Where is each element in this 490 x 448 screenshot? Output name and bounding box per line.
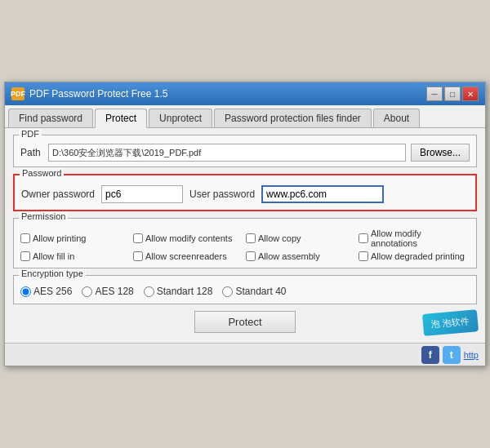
permission-section: Permission Allow printing Allow modify c…: [13, 218, 477, 268]
footer-link[interactable]: http: [464, 350, 479, 360]
enc-standart40[interactable]: Standart 40: [222, 286, 286, 297]
tab-unprotect[interactable]: Unprotect: [149, 109, 212, 127]
title-bar-left: PDF PDF Password Protect Free 1.5: [11, 87, 167, 100]
perm-allow-fill-in[interactable]: Allow fill in: [20, 251, 131, 261]
pdf-section-label: PDF: [19, 129, 42, 139]
tab-protect[interactable]: Protect: [95, 109, 147, 128]
password-section: Password Owner password User password: [13, 174, 477, 211]
perm-allow-copy-checkbox[interactable]: [246, 233, 256, 243]
enc-aes256-radio[interactable]: [20, 286, 31, 297]
enc-aes128[interactable]: AES 128: [82, 286, 133, 297]
perm-allow-assembly-checkbox[interactable]: [246, 251, 256, 261]
browse-button[interactable]: Browse...: [411, 144, 470, 162]
tab-bar: Find password Protect Unprotect Password…: [5, 105, 485, 128]
protect-button[interactable]: Protect: [194, 311, 295, 333]
facebook-icon[interactable]: f: [421, 346, 439, 364]
perm-allow-screenreaders-checkbox[interactable]: [133, 251, 143, 261]
permission-grid: Allow printing Allow modify contents All…: [20, 228, 470, 261]
perm-allow-degraded-printing[interactable]: Allow degraded printing: [359, 251, 470, 261]
minimize-button[interactable]: ─: [426, 86, 443, 101]
permission-section-label: Permission: [19, 211, 68, 221]
radio-row: AES 256 AES 128 Standart 128 Standart 40: [20, 286, 470, 297]
content-area: PDF Path Browse... Password Owner passwo…: [5, 128, 485, 343]
tab-about[interactable]: About: [373, 109, 420, 127]
protect-btn-row: Protect: [13, 311, 477, 333]
title-buttons: ─ □ ✕: [426, 86, 479, 101]
perm-allow-modify-contents-checkbox[interactable]: [133, 233, 143, 243]
footer: f t http: [5, 343, 485, 366]
enc-aes128-radio[interactable]: [82, 286, 92, 297]
encryption-section-label: Encryption type: [19, 268, 86, 278]
enc-aes256[interactable]: AES 256: [20, 286, 72, 297]
main-window: PDF PDF Password Protect Free 1.5 ─ □ ✕ …: [4, 82, 486, 366]
path-input[interactable]: [48, 144, 406, 162]
perm-allow-printing-checkbox[interactable]: [20, 233, 30, 243]
title-bar: PDF PDF Password Protect Free 1.5 ─ □ ✕: [5, 82, 485, 105]
perm-allow-screenreaders[interactable]: Allow screenreaders: [133, 251, 244, 261]
owner-password-input[interactable]: [101, 185, 183, 203]
encryption-section: Encryption type AES 256 AES 128 Standart…: [13, 275, 477, 304]
password-section-label: Password: [20, 168, 64, 178]
maximize-button[interactable]: □: [444, 86, 461, 101]
app-icon: PDF: [11, 87, 24, 100]
perm-allow-modify-annotations-checkbox[interactable]: [359, 233, 368, 243]
path-row: Path Browse...: [20, 144, 470, 162]
tab-find-password[interactable]: Find password: [8, 109, 93, 127]
enc-standart128-radio[interactable]: [144, 286, 154, 297]
perm-allow-printing[interactable]: Allow printing: [20, 228, 131, 248]
user-password-input[interactable]: [261, 185, 384, 203]
password-row: Owner password User password: [21, 185, 469, 203]
perm-allow-modify-annotations[interactable]: Allow modify annotations: [359, 228, 470, 248]
twitter-icon[interactable]: t: [443, 346, 461, 364]
user-password-label: User password: [189, 189, 255, 200]
owner-password-label: Owner password: [21, 189, 95, 200]
enc-standart128[interactable]: Standart 128: [144, 286, 213, 297]
title-text: PDF Password Protect Free 1.5: [29, 88, 167, 100]
perm-allow-degraded-printing-checkbox[interactable]: [359, 251, 368, 261]
perm-allow-fill-in-checkbox[interactable]: [20, 251, 30, 261]
pdf-section: PDF Path Browse...: [13, 135, 477, 167]
perm-allow-modify-contents[interactable]: Allow modify contents: [133, 228, 244, 248]
tab-password-protection-finder[interactable]: Password protection files finder: [214, 109, 372, 127]
close-button[interactable]: ✕: [462, 86, 479, 101]
path-label: Path: [20, 147, 43, 158]
perm-allow-assembly[interactable]: Allow assembly: [246, 251, 357, 261]
perm-allow-copy[interactable]: Allow copy: [246, 228, 357, 248]
enc-standart40-radio[interactable]: [222, 286, 233, 297]
